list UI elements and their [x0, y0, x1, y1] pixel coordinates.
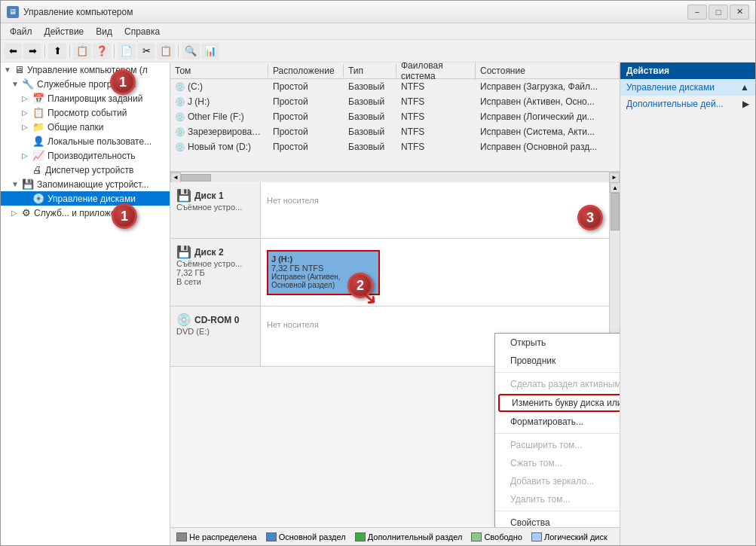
- tree-item-devices[interactable]: 🖨 Диспетчер устройств: [1, 163, 170, 177]
- td-state: Исправен (Система, Акти...: [476, 126, 620, 138]
- top-scrollbar[interactable]: ◄ ►: [170, 172, 620, 182]
- toolbar-btn9[interactable]: 📊: [201, 43, 219, 59]
- toolbar-btn8[interactable]: 🔍: [182, 43, 200, 59]
- volume-table: Том Расположение Тип Файловая система Со…: [170, 63, 620, 172]
- td-type: Базовый: [344, 96, 396, 108]
- legend-label: Дополнительный раздел: [368, 532, 463, 541]
- context-menu-separator: [495, 372, 620, 373]
- td-state: Исправен (Основной разд...: [476, 141, 620, 153]
- menu-action[interactable]: Действие: [38, 25, 90, 38]
- legend-item: Не распределена: [176, 532, 257, 541]
- table-row[interactable]: 💿Other File (F:) Простой Базовый NTFS Ис…: [170, 109, 620, 124]
- toolbar-btn3[interactable]: 📋: [73, 43, 91, 59]
- tree-item-events[interactable]: ▷ 📋 Просмотр событий: [1, 105, 170, 120]
- maximize-button[interactable]: □: [709, 5, 728, 20]
- tree-item-perf[interactable]: ▷ 📈 Производительность: [1, 148, 170, 163]
- context-menu-item[interactable]: Открыть: [495, 334, 620, 352]
- scroll-track[interactable]: [181, 174, 609, 181]
- actions-item-diskmgmt[interactable]: Управление дисками ▲: [620, 79, 755, 96]
- td-rasp: Простой: [268, 141, 344, 153]
- menu-bar: Файл Действие Вид Справка: [1, 23, 755, 40]
- disk2-label: 💾 Диск 2 Съёмное устро... 7,32 ГБ В сети: [170, 239, 261, 306]
- tree-item-diskmgmt[interactable]: 💿 Управление дисками: [1, 191, 170, 206]
- table-row[interactable]: 💿Зарезервировано системой Простой Базовы…: [170, 124, 620, 139]
- td-type: Базовый: [344, 81, 396, 93]
- legend-color-box: [355, 532, 366, 541]
- context-menu-item[interactable]: Свойства: [495, 514, 620, 527]
- menu-view[interactable]: Вид: [90, 25, 118, 38]
- toolbar-btn6[interactable]: ✂: [137, 43, 155, 59]
- scroll-left-btn[interactable]: ◄: [170, 172, 181, 183]
- window-icon: 🖥: [7, 6, 19, 18]
- legend-item: Дополнительный раздел: [355, 532, 463, 541]
- menu-file[interactable]: Файл: [4, 25, 38, 38]
- th-state[interactable]: Состояние: [476, 64, 620, 78]
- legend-label: Логический диск: [544, 532, 608, 541]
- disk2-content: J (H:) 7,32 ГБ NTFS Исправен (Активен, О…: [261, 239, 609, 306]
- td-tom: 💿Other File (F:): [170, 111, 268, 123]
- toolbar-btn5[interactable]: 📄: [118, 43, 136, 59]
- menu-help[interactable]: Справка: [118, 25, 166, 38]
- td-state: Исправен (Загрузка, Файл...: [476, 81, 620, 93]
- scroll-up-btn[interactable]: ▲: [610, 182, 620, 193]
- actions-arrow-icon: ▲: [740, 82, 749, 93]
- context-menu-item: Расширить том...: [495, 436, 620, 454]
- td-type: Базовый: [344, 141, 396, 153]
- th-tom[interactable]: Том: [170, 64, 268, 78]
- context-menu-item: Сжать том...: [495, 454, 620, 472]
- table-row[interactable]: 💿J (H:) Простой Базовый NTFS Исправен (А…: [170, 94, 620, 109]
- actions-item-more[interactable]: Дополнительные дей... ▶: [620, 96, 755, 112]
- tree-item-folders[interactable]: ▷ 📁 Общие папки: [1, 120, 170, 134]
- cdrom0-label: 💿 CD-ROM 0 DVD (E:): [170, 307, 261, 366]
- forward-button[interactable]: ➡: [23, 43, 41, 59]
- legend-label: Не распределена: [189, 532, 257, 541]
- table-row[interactable]: 💿(C:) Простой Базовый NTFS Исправен (Заг…: [170, 79, 620, 94]
- table-header-row: Том Расположение Тип Файловая система Со…: [170, 63, 620, 79]
- context-menu-item[interactable]: Форматировать...: [495, 413, 620, 431]
- toolbar: ⬅ ➡ ⬆ 📋 ❓ 📄 ✂ 📋 🔍 📊: [1, 40, 755, 63]
- legend-item: Свободно: [471, 532, 522, 541]
- context-menu-item: Удалить том...: [495, 490, 620, 508]
- table-row[interactable]: 💿Новый том (D:) Простой Базовый NTFS Исп…: [170, 139, 620, 154]
- td-type: Базовый: [344, 126, 396, 138]
- up-button[interactable]: ⬆: [48, 43, 66, 59]
- legend-color-box: [266, 532, 277, 541]
- disk1-row: 💾 Диск 1 Съёмное устро... Нет носителя: [170, 182, 609, 239]
- scroll-thumb[interactable]: [181, 174, 211, 181]
- tree-item-root[interactable]: ▼ 🖥 Управление компьютером (л: [1, 63, 170, 77]
- scroll-right-btn[interactable]: ►: [609, 172, 620, 183]
- th-rasp[interactable]: Расположение: [268, 64, 344, 78]
- window-title: Управление компьютером: [23, 7, 687, 17]
- toolbar-btn4[interactable]: ❓: [93, 43, 111, 59]
- context-menu-item[interactable]: Изменить букву диска или путь к диску...: [498, 394, 620, 412]
- actions-header: Действия: [620, 63, 755, 79]
- disk2-row: 💾 Диск 2 Съёмное устро... 7,32 ГБ В сети…: [170, 239, 609, 307]
- disk2-partition[interactable]: J (H:) 7,32 ГБ NTFS Исправен (Активен, О…: [267, 250, 380, 295]
- tree-item-scheduler[interactable]: ▷ 📅 Планировщик заданий: [1, 91, 170, 105]
- td-rasp: Простой: [268, 96, 344, 108]
- tree-item-storage[interactable]: ▼ 💾 Запоминающие устройст...: [1, 177, 170, 191]
- th-type[interactable]: Тип: [344, 64, 396, 78]
- tree-item-utilities[interactable]: ▼ 🔧 Служебные программы: [1, 77, 170, 91]
- right-panel: Том Расположение Тип Файловая система Со…: [170, 63, 620, 545]
- tree-item-services[interactable]: ▷ ⚙ Служб... и приложения: [1, 206, 170, 220]
- legend-color-box: [531, 532, 542, 541]
- back-button[interactable]: ⬅: [4, 43, 22, 59]
- table-body: 💿(C:) Простой Базовый NTFS Исправен (Заг…: [170, 79, 620, 154]
- td-rasp: Простой: [268, 81, 344, 93]
- close-button[interactable]: ✕: [730, 5, 749, 20]
- context-menu-item[interactable]: Проводник: [495, 352, 620, 370]
- td-tom: 💿Зарезервировано системой: [170, 126, 268, 138]
- td-fs: NTFS: [396, 96, 476, 108]
- context-menu-separator: [495, 511, 620, 511]
- tree-item-users[interactable]: 👤 Локальные пользовате...: [1, 134, 170, 148]
- actions-panel: Действия Управление дисками ▲ Дополнител…: [620, 63, 755, 545]
- vert-thumb[interactable]: [611, 193, 620, 230]
- td-type: Базовый: [344, 111, 396, 123]
- legend-color-box: [176, 532, 187, 541]
- minimize-button[interactable]: −: [687, 5, 707, 20]
- td-tom: 💿Новый том (D:): [170, 141, 268, 153]
- actions-more-arrow-icon: ▶: [742, 99, 749, 109]
- toolbar-btn7[interactable]: 📋: [157, 43, 175, 59]
- td-tom: 💿J (H:): [170, 96, 268, 108]
